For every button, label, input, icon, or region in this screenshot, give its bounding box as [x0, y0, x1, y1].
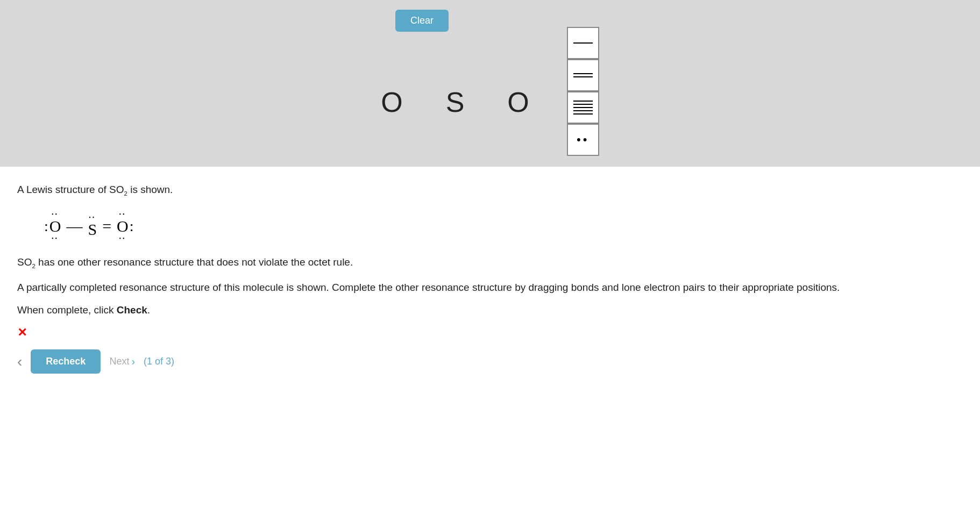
check-word: Check — [117, 304, 147, 316]
so2-sub: 2 — [124, 190, 127, 197]
check-instruction: When complete, click Check. — [17, 304, 963, 316]
double-bond: = — [102, 217, 111, 235]
lewis-O-right: •• O •• — [117, 211, 129, 241]
lone-pair-item[interactable]: •• — [567, 124, 599, 156]
question-intro: A Lewis structure of SO2 is shown. — [17, 182, 963, 198]
triple-bond-item[interactable] — [567, 27, 599, 59]
atom-S-center: S — [446, 86, 465, 118]
lone-pair-icon: •• — [577, 134, 589, 146]
O-right-bottom-dots: •• — [119, 235, 126, 241]
question-panel: A Lewis structure of SO2 is shown. : •• … — [0, 167, 980, 515]
error-mark: ✕ — [17, 326, 963, 340]
lewis-S-center: •• S — [88, 214, 97, 239]
bond-line-2 — [573, 76, 593, 77]
prev-button[interactable]: ‹ — [17, 353, 22, 370]
O-left-symbol: O — [49, 217, 61, 235]
S-symbol: S — [88, 220, 97, 239]
bottom-nav: ‹ Recheck Next › (1 of 3) — [17, 349, 963, 374]
quadruple-bond-icon — [573, 73, 593, 77]
triple-bond-icon — [573, 42, 593, 44]
bond-line-4 — [573, 110, 593, 111]
bond-line-1 — [573, 101, 593, 102]
lewis-colon-left1: : — [44, 218, 48, 235]
so2-sub-2: 2 — [32, 263, 35, 269]
resonance-text: SO2 has one other resonance structure th… — [17, 254, 963, 271]
recheck-button[interactable]: Recheck — [31, 349, 101, 374]
atom-O-right: O — [507, 86, 529, 118]
lewis-colon-right: : — [130, 218, 134, 235]
instruction-text: A partically completed resonance structu… — [17, 280, 963, 296]
molecule-drawing-area: O S O — [381, 32, 599, 156]
quadruple-bond-item[interactable] — [567, 59, 599, 91]
O-right-top-dots: •• — [119, 211, 126, 217]
next-button[interactable]: Next › — [109, 355, 135, 368]
O-left-top-dots: •• — [52, 211, 59, 217]
atom-labels: O S O — [381, 86, 529, 118]
bond-line-1 — [573, 73, 593, 74]
next-label: Next — [109, 356, 129, 367]
single-bond: — — [66, 217, 82, 235]
quintuple-bond-icon — [573, 101, 593, 115]
drawing-workspace: Clear O S O — [0, 0, 980, 167]
bond-palette: •• — [567, 27, 599, 156]
O-left-bottom-dots: •• — [52, 235, 59, 241]
lewis-structure-display: : •• O •• — •• S = •• O •• : — [44, 211, 963, 241]
lewis-O-left: •• O •• — [49, 211, 61, 241]
bond-line-1 — [573, 42, 593, 44]
clear-button[interactable]: Clear — [395, 10, 449, 32]
bond-line-2 — [573, 104, 593, 105]
page-indicator: (1 of 3) — [144, 356, 174, 367]
bond-line-5 — [573, 113, 593, 115]
O-right-symbol: O — [117, 217, 129, 235]
next-arrow-icon: › — [131, 355, 135, 368]
bond-line-3 — [573, 107, 593, 108]
atom-O-left: O — [381, 86, 402, 118]
quintuple-bond-item[interactable] — [567, 91, 599, 124]
S-top-dots: •• — [89, 214, 96, 220]
